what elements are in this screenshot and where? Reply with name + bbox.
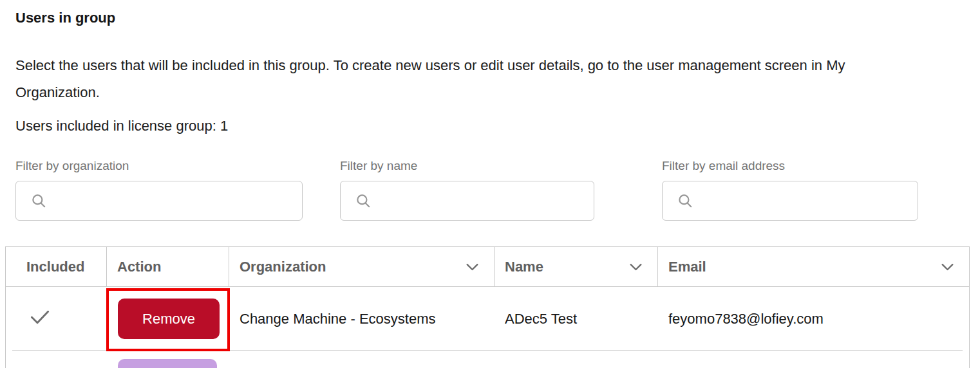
users-included-count: Users included in license group: 1: [15, 118, 228, 134]
column-header-included: Included: [6, 247, 107, 286]
filter-organization: Filter by organization: [15, 159, 303, 221]
filter-email: Filter by email address: [662, 159, 918, 221]
column-header-organization[interactable]: Organization: [229, 247, 495, 286]
column-header-organization-label: Organization: [240, 259, 326, 275]
chevron-down-icon: [464, 258, 481, 275]
filter-name-label: Filter by name: [340, 159, 594, 173]
partial-action-button[interactable]: [118, 359, 217, 368]
column-header-email-label: Email: [668, 259, 706, 275]
included-cell: [6, 307, 107, 331]
filter-email-input[interactable]: [702, 194, 909, 208]
filter-organization-input[interactable]: [56, 194, 293, 208]
check-icon: [28, 307, 52, 327]
users-table: Included Action Organization Name Email: [5, 246, 970, 368]
filter-name: Filter by name: [340, 159, 594, 221]
column-header-email[interactable]: Email: [658, 247, 969, 286]
filter-organization-box: [15, 181, 303, 221]
search-icon: [355, 192, 372, 209]
filter-name-input[interactable]: [381, 194, 585, 208]
name-cell: ADec5 Test: [495, 311, 658, 327]
chevron-down-icon: [939, 258, 956, 275]
search-icon: [30, 192, 47, 209]
column-header-name[interactable]: Name: [495, 247, 658, 286]
filter-email-label: Filter by email address: [662, 159, 918, 173]
table-row: Remove Change Machine - Ecosystems ADec5…: [6, 287, 969, 351]
filter-email-box: [662, 181, 918, 221]
filter-name-box: [340, 181, 594, 221]
column-header-name-label: Name: [505, 259, 543, 275]
action-cell: Remove: [107, 299, 229, 339]
filter-organization-label: Filter by organization: [15, 159, 303, 173]
description-text: Select the users that will be included i…: [15, 52, 925, 106]
row-divider: [12, 350, 963, 351]
column-header-action: Action: [107, 247, 229, 286]
column-header-action-label: Action: [117, 259, 161, 275]
table-header-row: Included Action Organization Name Email: [6, 247, 969, 287]
organization-cell: Change Machine - Ecosystems: [229, 311, 495, 327]
remove-button[interactable]: Remove: [118, 299, 220, 339]
column-header-included-label: Included: [26, 259, 84, 275]
email-cell: feyomo7838@lofiey.com: [658, 311, 969, 327]
search-icon: [677, 192, 693, 209]
page-title: Users in group: [15, 10, 115, 26]
chevron-down-icon: [627, 258, 645, 275]
